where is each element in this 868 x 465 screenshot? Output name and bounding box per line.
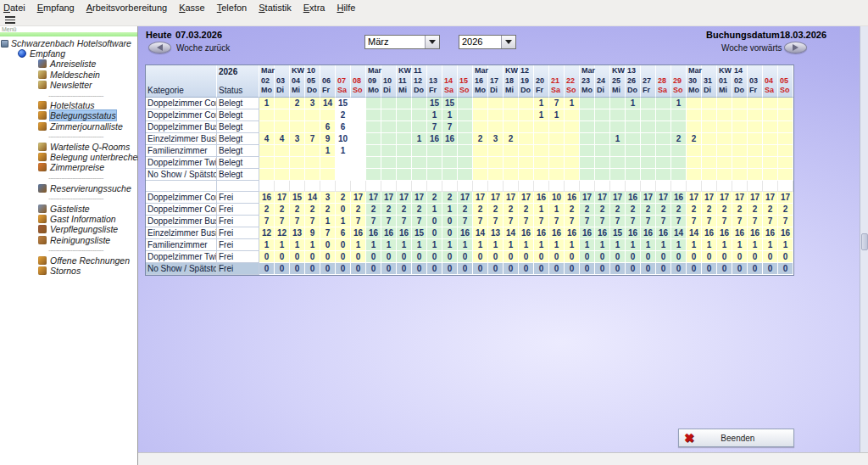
menu-hilfe[interactable]: Hilfe: [337, 3, 355, 13]
value-cell: 2: [717, 204, 732, 216]
value-cell: 0: [336, 204, 351, 216]
grid-row: Doppelzimmer Comfo...Belegt21111: [146, 109, 793, 121]
sidebar-item-zimmerjournalliste[interactable]: Zimmerjournalliste: [0, 121, 137, 132]
value-cell: 2: [336, 109, 351, 121]
value-cell: [381, 145, 397, 157]
sidebar-item-label: Belegungsstatus: [50, 110, 116, 120]
value-cell: 7: [259, 216, 275, 227]
sidebar-item-reinigungsliste[interactable]: Reinigungsliste: [0, 235, 137, 245]
sidebar-item-meldeschein[interactable]: Meldeschein: [0, 70, 137, 80]
vertical-scrollbar[interactable]: [860, 26, 868, 452]
value-cell: 1: [366, 239, 381, 251]
menu-extra[interactable]: Extra: [303, 3, 326, 13]
value-cell: [290, 109, 305, 121]
month-select[interactable]: März: [364, 35, 440, 49]
value-cell: 7: [305, 133, 320, 145]
sidebar-item-anreiseliste[interactable]: Anreiseliste: [0, 59, 137, 69]
value-cell: 1: [549, 109, 565, 121]
value-cell: [351, 145, 366, 157]
value-cell: 0: [275, 263, 290, 275]
year-dropdown-arrow-icon[interactable]: [501, 36, 515, 48]
value-cell: [504, 169, 519, 181]
menu-telefon[interactable]: Telefon: [217, 3, 247, 13]
sidebar-item-zimmerpreise[interactable]: Zimmerpreise: [0, 162, 137, 172]
value-cell: 0: [565, 263, 580, 275]
category-cell: Doppelzimmer Comfo...: [146, 204, 217, 216]
tree-group-empfang[interactable]: Empfang: [0, 48, 137, 59]
value-cell: 2: [412, 204, 427, 216]
value-cell: [397, 133, 412, 145]
menu-empfang[interactable]: Empfang: [37, 3, 75, 13]
value-cell: 16: [351, 227, 366, 239]
value-cell: 1: [504, 239, 519, 251]
year-select[interactable]: 2026: [459, 35, 516, 49]
grid-row: No Show / Spätstorni...Frei0000000000000…: [146, 263, 793, 275]
value-cell: 1: [671, 98, 687, 109]
value-cell: [580, 121, 595, 133]
value-cell: [580, 169, 595, 181]
sidebar-item-belegung-unterbrechen[interactable]: Belegung unterbrechen: [0, 152, 137, 162]
value-cell: [626, 121, 641, 133]
status-cell: Belegt: [217, 121, 259, 133]
value-cell: 2: [626, 204, 641, 216]
sidebar-item-hotelstatus[interactable]: Hotelstatus: [0, 100, 137, 110]
month-select-value: März: [365, 36, 425, 48]
value-cell: [473, 145, 488, 157]
sidebar-item-newsletter[interactable]: Newsletter: [0, 80, 137, 90]
value-cell: [504, 98, 519, 109]
menu-kasse[interactable]: Kasse: [179, 3, 205, 13]
week-forward-button[interactable]: [784, 42, 807, 53]
sidebar-item-stornos[interactable]: Stornos: [0, 266, 137, 276]
sidebar-item-warteliste-q-rooms[interactable]: Warteliste Q-Rooms: [0, 142, 137, 152]
sidebar-item-gast-information[interactable]: Gast Information: [0, 214, 137, 224]
arrival-list-icon: [38, 59, 47, 68]
value-cell: 2: [580, 204, 595, 216]
week-back-button[interactable]: [148, 42, 171, 53]
value-cell: [305, 157, 320, 169]
value-cell: 17: [732, 192, 748, 204]
value-cell: 6: [336, 121, 351, 133]
value-cell: 2: [351, 204, 366, 216]
sidebar-item-label: Hotelstatus: [50, 100, 95, 110]
value-cell: 0: [442, 251, 458, 263]
value-cell: [778, 157, 793, 169]
tree-root[interactable]: Schwarzenbach Hotelsoftware: [0, 38, 137, 48]
hamburger-icon[interactable]: [5, 16, 15, 24]
value-cell: 17: [595, 192, 610, 204]
value-cell: 0: [519, 251, 534, 263]
sidebar-item-belegungsstatus[interactable]: Belegungsstatus: [0, 110, 137, 120]
globe-icon: [18, 49, 26, 58]
guest-list-icon: [38, 204, 47, 213]
menu-arbeitsvorbereitung[interactable]: Arbeitsvorbereitung: [86, 3, 167, 13]
value-cell: [549, 121, 565, 133]
value-cell: 1: [427, 109, 442, 121]
day-column-header: 27Fr: [641, 65, 656, 98]
value-cell: 16: [458, 227, 473, 239]
sidebar-item-gästeliste[interactable]: Gästeliste: [0, 204, 137, 214]
value-cell: [412, 121, 427, 133]
value-cell: [366, 121, 381, 133]
menu-statistik[interactable]: Statistik: [259, 3, 292, 13]
value-cell: 0: [641, 251, 656, 263]
sidebar-item-verpflegungsliste[interactable]: Verpflegungsliste: [0, 224, 137, 234]
scrollbar-thumb[interactable]: [861, 233, 868, 250]
sidebar-item-reservierungssuche[interactable]: Reservierungssuche: [0, 183, 137, 193]
value-cell: [320, 169, 336, 181]
day-column-header: 24Di: [595, 65, 610, 98]
value-cell: 7: [534, 216, 549, 227]
value-cell: [336, 157, 351, 169]
value-cell: 1: [488, 239, 504, 251]
value-cell: 0: [778, 251, 793, 263]
value-cell: 1: [702, 239, 717, 251]
value-cell: 0: [381, 251, 397, 263]
month-dropdown-arrow-icon[interactable]: [425, 36, 439, 48]
value-cell: 2: [275, 204, 290, 216]
value-cell: 2: [458, 204, 473, 216]
booking-date-label: Buchungsdatum: [706, 30, 780, 40]
menu-datei[interactable]: Datei: [3, 3, 25, 13]
value-cell: 0: [732, 263, 748, 275]
value-cell: [259, 145, 275, 157]
value-cell: 0: [290, 251, 305, 263]
quit-button[interactable]: ✖ Beenden: [678, 429, 794, 447]
sidebar-item-offene-rechnungen[interactable]: Offene Rechnungen: [0, 255, 137, 266]
